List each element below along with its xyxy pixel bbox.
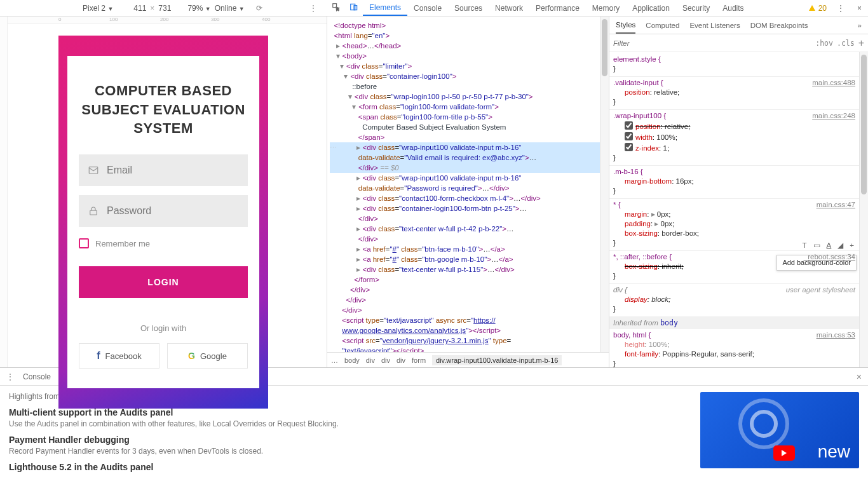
mail-icon	[88, 165, 99, 176]
password-placeholder: Password	[107, 205, 151, 217]
device-frame: COMPUTER BASED SUBJECT EVALUATION SYSTEM…	[58, 36, 268, 409]
login-button[interactable]: LOGIN	[79, 266, 248, 298]
google-icon: G	[188, 351, 195, 361]
thumb-label: new	[818, 442, 850, 462]
new-style-rule-icon[interactable]: +	[858, 37, 864, 49]
toggle-hover-state[interactable]: :hov	[815, 39, 833, 48]
tab-network[interactable]: Network	[489, 0, 529, 16]
tab-event-listeners[interactable]: Event Listeners	[689, 17, 740, 34]
page-title: COMPUTER BASED SUBJECT EVALUATION SYSTEM	[79, 81, 248, 138]
warnings-badge[interactable]: 20	[808, 4, 831, 13]
lock-icon	[88, 205, 99, 217]
devtools-close-icon[interactable]: ×	[851, 4, 868, 13]
styles-more-tabs-icon[interactable]: »	[858, 22, 862, 29]
dimension-separator: ×	[150, 4, 154, 13]
styles-filter-input[interactable]	[613, 39, 811, 47]
rotate-icon[interactable]: ⟳	[256, 4, 262, 13]
checkbox-icon[interactable]	[79, 238, 89, 248]
device-height[interactable]: 731	[158, 4, 171, 13]
email-field[interactable]: Email	[79, 154, 248, 186]
tab-audits[interactable]: Audits	[716, 0, 750, 16]
dom-tree[interactable]: <!doctype html> <html lang="en"> ▸<head>…	[327, 17, 600, 352]
toggle-classes[interactable]: .cls	[837, 39, 855, 48]
facebook-button[interactable]: fFacebook	[79, 343, 159, 369]
tab-memory[interactable]: Memory	[586, 0, 626, 16]
whatsnew-p1: Use the Audits panel in combination with…	[9, 419, 688, 430]
styles-tabstrip: Styles Computed Event Listeners DOM Brea…	[609, 17, 868, 34]
login-card: COMPUTER BASED SUBJECT EVALUATION SYSTEM…	[67, 56, 259, 388]
svg-rect-2	[354, 6, 357, 10]
ruler-horizontal: 0100200300400	[0, 17, 327, 24]
throttle-select[interactable]: Online ▼	[215, 4, 245, 13]
tab-dom-breakpoints[interactable]: DOM Breakpoints	[750, 17, 808, 34]
styles-sidebar: Styles Computed Event Listeners DOM Brea…	[609, 17, 868, 367]
tab-performance[interactable]: Performance	[529, 0, 586, 16]
youtube-play-icon[interactable]	[773, 445, 795, 461]
device-select[interactable]: Pixel 2 ▼	[83, 4, 113, 13]
google-button[interactable]: GGoogle	[167, 343, 248, 369]
device-toolbar: Pixel 2 ▼ 411 × 731 79% ▼ Online ▼ ⟳ ⋮	[0, 4, 327, 13]
styles-scrollbar[interactable]	[859, 52, 868, 367]
whatsnew-video-thumb[interactable]: new	[700, 392, 859, 468]
tab-sources[interactable]: Sources	[448, 0, 489, 16]
tab-application[interactable]: Application	[626, 0, 676, 16]
whatsnew-h1: Multi-client support in the Audits panel	[9, 407, 688, 417]
selected-dom-node[interactable]: ⋯ ▸<div class="wrap-input100 validate-in…	[330, 142, 600, 152]
svg-rect-1	[351, 4, 355, 10]
device-toolbar-menu-icon[interactable]: ⋮	[309, 4, 317, 13]
email-placeholder: Email	[107, 165, 132, 176]
tab-security[interactable]: Security	[676, 0, 716, 16]
emulated-viewport: 0100200300400 COMPUTER BASED SUBJECT EVA…	[0, 17, 327, 367]
styles-rules[interactable]: element.style {} main.css:488.validate-i…	[609, 52, 859, 367]
tab-console[interactable]: Console	[407, 0, 448, 16]
whatsnew-h2: Payment Handler debugging	[9, 435, 688, 445]
devtools-tabstrip: Elements Console Sources Network Perform…	[327, 0, 868, 16]
tab-computed[interactable]: Computed	[646, 17, 679, 34]
ruler-vertical	[0, 17, 8, 367]
elements-dom-panel: <!doctype html> <html lang="en"> ▸<head>…	[327, 17, 609, 367]
device-width[interactable]: 411	[133, 4, 146, 13]
remember-label: Remember me	[95, 239, 150, 248]
drawer-close-icon[interactable]: ×	[857, 372, 862, 382]
or-login-label: Or login with	[79, 323, 248, 333]
dom-scrollbar[interactable]	[600, 17, 609, 352]
password-field[interactable]: Password	[79, 195, 248, 227]
drawer-menu-icon[interactable]: ⋮	[6, 372, 14, 381]
dom-breadcrumbs[interactable]: … body div div div form div.wrap-input10…	[327, 352, 609, 367]
facebook-icon: f	[97, 350, 100, 362]
toggle-device-icon[interactable]	[345, 3, 363, 13]
whatsnew-p2: Record Payment Handler events for 3 days…	[9, 446, 688, 457]
zoom-select[interactable]: 79% ▼	[187, 4, 210, 13]
styles-filter-row: :hov .cls +	[609, 34, 868, 52]
devtools-settings-icon[interactable]: ⋮	[831, 4, 851, 13]
whatsnew-h3: Lighthouse 5.2 in the Audits panel	[9, 462, 688, 472]
tab-elements[interactable]: Elements	[363, 0, 407, 16]
drawer-tab-console[interactable]: Console	[23, 368, 51, 385]
svg-rect-4	[90, 210, 97, 215]
svg-rect-3	[89, 167, 98, 174]
remember-me[interactable]: Remember me	[79, 238, 248, 248]
tab-styles[interactable]: Styles	[616, 17, 635, 34]
devtools-top-toolbar: Pixel 2 ▼ 411 × 731 79% ▼ Online ▼ ⟳ ⋮ E…	[0, 0, 868, 17]
inspect-element-icon[interactable]	[327, 3, 345, 13]
